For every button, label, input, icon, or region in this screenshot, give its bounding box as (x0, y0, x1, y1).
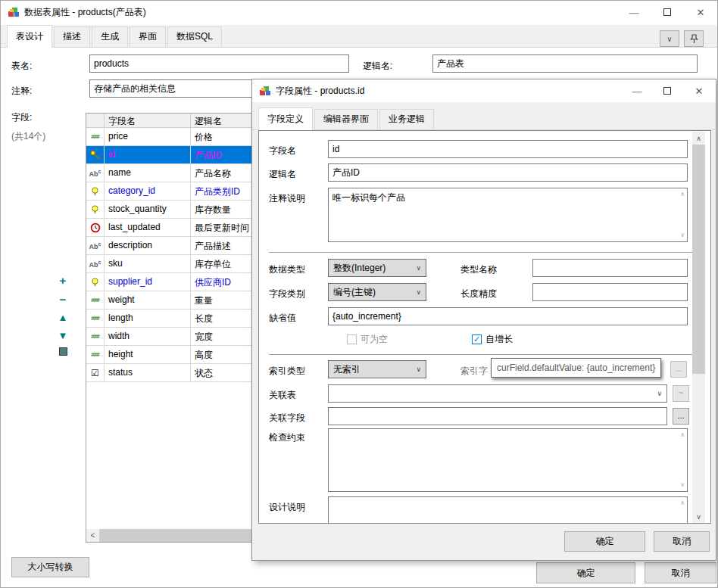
chevron-down-icon: ∨ (416, 264, 421, 272)
bulb-icon (86, 182, 105, 201)
field-name-cell: price (105, 128, 191, 146)
arrow-up-icon: ▲ (58, 312, 68, 323)
field-logical-name-label: 逻辑名 (269, 168, 296, 181)
nullable-checkbox[interactable]: 可为空 (347, 333, 388, 346)
case-convert-button[interactable]: 大小写转换 (11, 557, 89, 577)
index-field-label: 索引字 (460, 365, 488, 378)
field-name-cell: height (105, 346, 191, 364)
text-icon: Abc (86, 164, 105, 182)
fields-label: 字段: (11, 111, 32, 124)
default-value-tooltip: curField.defaultValue: {auto_increment} (491, 358, 661, 378)
check-constraint-label: 检查约束 (269, 431, 305, 444)
index-field-browse-button[interactable]: ... (670, 361, 687, 378)
index-type-value: 无索引 (333, 363, 361, 376)
length-precision-label: 长度精度 (460, 288, 497, 300)
tab-overflow-button[interactable]: ∨ (660, 30, 679, 47)
related-table-label: 关联表 (269, 389, 296, 402)
field-name-cell: stock_quantity (105, 201, 191, 219)
logical-name-input[interactable] (432, 54, 698, 73)
comment-label: 注释: (11, 85, 32, 98)
main-tab-3[interactable]: 界面 (130, 26, 166, 47)
field-tab-2[interactable]: 业务逻辑 (379, 109, 434, 129)
related-field-input[interactable] (328, 407, 667, 425)
scroll-down-icon: ∨ (680, 482, 685, 488)
vertical-scrollbar[interactable]: ∧ ∨ (692, 132, 705, 523)
field-name-cell: id (105, 146, 191, 164)
maximize-icon (663, 87, 671, 95)
scroll-down-icon[interactable]: ∨ (692, 510, 705, 523)
default-value-input[interactable] (328, 307, 688, 325)
field-name-input[interactable] (328, 140, 688, 158)
window-title: 数据表属性 - products(产品表) (24, 6, 617, 19)
plus-icon: + (60, 274, 67, 287)
design-note-textarea[interactable]: ∧ (328, 496, 688, 524)
move-down-button[interactable]: ▼ (55, 330, 70, 341)
checkbox-checked-icon: ✓ (472, 334, 482, 344)
dialog-cancel-button[interactable]: 取消 (654, 531, 710, 552)
maximize-button[interactable] (651, 1, 684, 23)
chevron-down-icon: ∨ (416, 288, 421, 296)
data-type-select[interactable]: 整数(Integer) ∨ (328, 259, 426, 277)
scroll-up-icon[interactable]: ∧ (692, 132, 705, 145)
pin-icon (690, 34, 698, 44)
dialog-ok-button[interactable]: 确定 (564, 531, 645, 552)
main-tab-2[interactable]: 生成 (92, 26, 128, 47)
chevron-down-icon: ∨ (666, 35, 672, 43)
field-category-select[interactable]: 编号(主键) ∨ (328, 283, 426, 301)
related-table-select[interactable]: ∨ (328, 384, 667, 403)
dialog-minimize-button[interactable]: — (622, 79, 652, 102)
field-logical-name-input[interactable] (328, 163, 688, 182)
auto-increment-checkbox[interactable]: ✓ 自增长 (472, 333, 513, 346)
index-type-select[interactable]: 无索引 ∨ (328, 360, 426, 378)
field-name-cell: name (105, 164, 191, 182)
minimize-icon: — (629, 7, 639, 18)
field-category-label: 字段类别 (269, 288, 305, 300)
field-name-cell: supplier_id (105, 273, 191, 291)
number-icon: ### (86, 328, 105, 346)
close-button[interactable]: ✕ (684, 1, 717, 23)
close-icon: ✕ (697, 7, 705, 18)
minimize-button[interactable]: — (617, 1, 651, 23)
scroll-up-icon: ∧ (680, 191, 685, 198)
field-tab-0[interactable]: 字段定义 (258, 107, 313, 130)
pin-button[interactable] (684, 30, 704, 47)
field-tab-1[interactable]: 编辑器界面 (314, 109, 378, 129)
default-value-label: 缺省值 (269, 312, 296, 325)
block-button[interactable] (55, 347, 70, 356)
length-precision-input[interactable] (532, 283, 688, 301)
related-field-browse-button[interactable]: ... (673, 408, 689, 425)
dialog-maximize-button[interactable] (652, 79, 682, 102)
field-tab-bar: 字段定义编辑器界面业务逻辑 (252, 107, 716, 130)
table-name-input[interactable] (89, 54, 349, 73)
remove-field-button[interactable]: − (55, 293, 70, 306)
main-tab-0[interactable]: 表设计 (7, 25, 52, 48)
vertical-scrollbar-thumb[interactable] (692, 145, 705, 374)
nullable-label: 可为空 (361, 333, 388, 346)
main-titlebar: 数据表属性 - products(产品表) — ✕ (1, 1, 717, 23)
field-comment-textarea[interactable]: 唯一标识每个产品 ∧ ∨ (328, 188, 688, 242)
number-icon: ### (86, 310, 105, 328)
main-cancel-button[interactable]: 取消 (645, 562, 716, 583)
number-icon: ### (86, 291, 105, 310)
main-ok-button[interactable]: 确定 (536, 562, 635, 583)
divider (269, 252, 704, 253)
field-comment-label: 注释说明 (269, 192, 305, 205)
type-name-input[interactable] (532, 259, 688, 277)
scroll-up-icon: ∧ (680, 432, 685, 438)
type-name-label: 类型名称 (460, 263, 497, 276)
scroll-left-icon[interactable]: < (86, 529, 99, 542)
field-name-cell: weight (105, 291, 191, 310)
add-field-button[interactable]: + (55, 274, 70, 287)
related-table-tilde-button[interactable]: ~ (673, 385, 689, 402)
text-icon: Abc (86, 255, 105, 273)
main-tab-4[interactable]: 数据SQL (167, 26, 222, 47)
divider (269, 354, 704, 355)
number-icon: ### (86, 346, 105, 364)
logical-name-label: 逻辑名: (363, 60, 392, 73)
table-properties-window: 数据表属性 - products(产品表) — ✕ 表设计描述生成界面数据SQL… (0, 0, 718, 588)
move-up-button[interactable]: ▲ (55, 312, 70, 323)
main-tab-1[interactable]: 描述 (54, 26, 90, 47)
dialog-close-button[interactable]: ✕ (682, 79, 716, 102)
text-icon: Abc (86, 237, 105, 255)
check-constraint-textarea[interactable]: ∧ ∨ (328, 428, 688, 492)
